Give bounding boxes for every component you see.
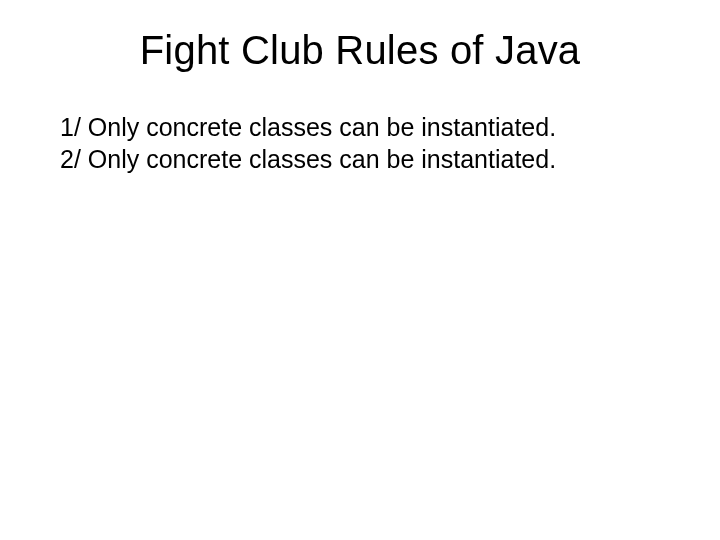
slide-container: Fight Club Rules of Java 1/ Only concret… [0,0,720,540]
slide-title: Fight Club Rules of Java [60,28,660,73]
slide-body: 1/ Only concrete classes can be instanti… [60,111,660,175]
rule-item: 2/ Only concrete classes can be instanti… [60,143,660,175]
rule-item: 1/ Only concrete classes can be instanti… [60,111,660,143]
